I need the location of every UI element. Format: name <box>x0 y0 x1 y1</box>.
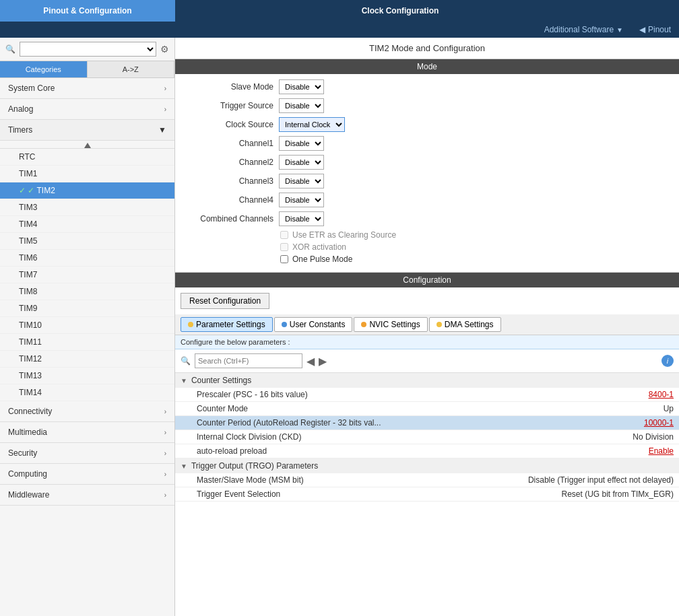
pinout-config-tab[interactable]: Pinout & Configuration <box>0 0 175 22</box>
prev-result-icon[interactable]: ◀ <box>306 355 315 368</box>
user-constants-label: User Constants <box>290 320 346 329</box>
channel3-wrapper: Disable <box>279 174 668 189</box>
sidebar-item-tim2[interactable]: ✓ TIM2 <box>0 182 174 199</box>
clock-config-tab[interactable]: Clock Configuration <box>175 0 625 22</box>
channel2-row: Channel2 Disable <box>186 155 668 170</box>
param-name: auto-reload preload <box>197 446 539 456</box>
channel4-wrapper: Disable <box>279 193 668 207</box>
tab-nvic-settings[interactable]: NVIC Settings <box>354 317 427 332</box>
scroll-up-indicator[interactable] <box>0 141 174 149</box>
param-name: Counter Period (AutoReload Register - 32… <box>197 418 539 427</box>
param-row: Internal Clock Division (CKD)No Division <box>175 430 679 444</box>
security-label: Security <box>8 448 37 458</box>
sidebar-item-tim3[interactable]: TIM3 <box>0 199 174 216</box>
tab-dma-settings[interactable]: DMA Settings <box>429 317 501 332</box>
content-title: TIM2 Mode and Configuration <box>175 38 679 59</box>
param-group-counter-settings[interactable]: ▼Counter Settings <box>175 373 679 388</box>
one-pulse-checkbox[interactable] <box>280 255 288 263</box>
sidebar-item-tim10[interactable]: TIM10 <box>0 317 174 334</box>
combined-channels-wrapper: Disable <box>279 211 668 226</box>
sidebar-item-tim8[interactable]: TIM8 <box>0 283 174 300</box>
channel1-select[interactable]: Disable <box>279 136 324 151</box>
computing-label: Computing <box>8 469 47 479</box>
slave-mode-select[interactable]: Disable <box>279 79 324 94</box>
sidebar-item-timers[interactable]: Timers ▼ <box>0 120 174 141</box>
channel2-select[interactable]: Disable <box>279 155 324 170</box>
sidebar-item-tim4[interactable]: TIM4 <box>0 216 174 233</box>
search-select[interactable] <box>20 42 156 57</box>
connectivity-chevron-icon: › <box>164 408 166 415</box>
param-settings-dot <box>188 322 193 327</box>
timer-items-list: RTCTIM1✓ TIM2TIM3TIM4TIM5TIM6TIM7TIM8TIM… <box>0 149 174 401</box>
trigger-source-row: Trigger Source Disable <box>186 98 668 113</box>
param-search-input[interactable] <box>195 353 302 368</box>
computing-chevron-icon: › <box>164 471 166 478</box>
combined-channels-label: Combined Channels <box>186 214 273 224</box>
additional-software-label: Additional Software <box>544 25 614 34</box>
middleware-chevron-icon: › <box>164 491 166 499</box>
sidebar-item-security[interactable]: Security › <box>0 443 174 464</box>
additional-software-item[interactable]: Additional Software ▼ <box>536 25 631 34</box>
reset-config-button[interactable]: Reset Configuration <box>181 293 269 309</box>
channel1-row: Channel1 Disable <box>186 136 668 151</box>
channel4-label: Channel4 <box>186 195 273 205</box>
tab-user-constants[interactable]: User Constants <box>274 317 353 332</box>
sidebar: 🔍 ⚙ Categories A->Z System Core › Analog… <box>0 38 175 616</box>
sidebar-item-tim13[interactable]: TIM13 <box>0 368 174 384</box>
analog-chevron-icon: › <box>164 106 166 113</box>
tab-parameter-settings[interactable]: Parameter Settings <box>181 317 273 332</box>
param-value: Up <box>539 404 674 413</box>
pinout-item[interactable]: ◀ Pinout <box>631 25 679 34</box>
sidebar-item-rtc[interactable]: RTC <box>0 149 174 166</box>
sidebar-item-tim1[interactable]: TIM1 <box>0 166 174 182</box>
param-row: Counter Period (AutoReload Register - 32… <box>175 416 679 430</box>
tab-categories[interactable]: Categories <box>0 61 88 77</box>
param-value: 10000-1 <box>539 418 674 427</box>
one-pulse-row: One Pulse Mode <box>186 254 668 264</box>
sidebar-item-multimedia[interactable]: Multimedia › <box>0 422 174 443</box>
channel3-label: Channel3 <box>186 176 273 186</box>
channel3-select[interactable]: Disable <box>279 174 324 189</box>
sidebar-item-computing[interactable]: Computing › <box>0 464 174 485</box>
mode-section-header: Mode <box>175 59 679 74</box>
sidebar-item-tim7[interactable]: TIM7 <box>0 267 174 283</box>
use-etr-checkbox[interactable] <box>280 231 288 239</box>
sidebar-item-tim14[interactable]: TIM14 <box>0 384 174 401</box>
content-area: TIM2 Mode and Configuration Mode Slave M… <box>175 38 679 616</box>
combined-channels-row: Combined Channels Disable <box>186 211 668 226</box>
use-etr-label: Use ETR as Clearing Source <box>292 230 396 240</box>
clock-source-select[interactable]: Internal Clock <box>279 117 345 132</box>
sidebar-item-tim12[interactable]: TIM12 <box>0 351 174 368</box>
pinout-chevron-icon: ◀ <box>639 25 645 34</box>
config-section: Reset Configuration Parameter Settings U… <box>175 287 679 502</box>
combined-channels-select[interactable]: Disable <box>279 211 324 226</box>
sidebar-item-connectivity[interactable]: Connectivity › <box>0 401 174 422</box>
gear-icon[interactable]: ⚙ <box>160 44 169 55</box>
sidebar-item-system-core[interactable]: System Core › <box>0 78 174 99</box>
tab-az[interactable]: A->Z <box>88 61 175 77</box>
param-value: Disable (Trigger input effect not delaye… <box>528 475 674 485</box>
channel4-select[interactable]: Disable <box>279 193 324 207</box>
sidebar-item-analog[interactable]: Analog › <box>0 99 174 120</box>
additional-software-arrow-icon: ▼ <box>616 26 623 34</box>
param-row: Counter ModeUp <box>175 402 679 416</box>
timers-chevron-icon: ▼ <box>158 125 166 135</box>
sidebar-item-tim5[interactable]: TIM5 <box>0 233 174 250</box>
param-name: Trigger Event Selection <box>197 489 539 499</box>
dma-dot <box>437 322 442 327</box>
param-group-trigger-output[interactable]: ▼Trigger Output (TRGO) Parameters <box>175 458 679 473</box>
group-chevron-icon: ▼ <box>181 377 187 384</box>
sidebar-item-tim11[interactable]: TIM11 <box>0 334 174 351</box>
config-hint: Configure the below parameters : <box>175 335 679 349</box>
sidebar-item-tim6[interactable]: TIM6 <box>0 250 174 267</box>
dma-label: DMA Settings <box>445 320 494 329</box>
trigger-source-select[interactable]: Disable <box>279 98 324 113</box>
sidebar-item-tim9[interactable]: TIM9 <box>0 300 174 317</box>
param-row: Prescaler (PSC - 16 bits value)8400-1 <box>175 388 679 402</box>
sidebar-item-middleware[interactable]: Middleware › <box>0 485 174 506</box>
connectivity-label: Connectivity <box>8 407 52 416</box>
xor-activation-checkbox[interactable] <box>280 243 288 251</box>
next-result-icon[interactable]: ▶ <box>319 355 327 368</box>
info-icon[interactable]: i <box>661 355 674 367</box>
slave-mode-row: Slave Mode Disable <box>186 79 668 94</box>
